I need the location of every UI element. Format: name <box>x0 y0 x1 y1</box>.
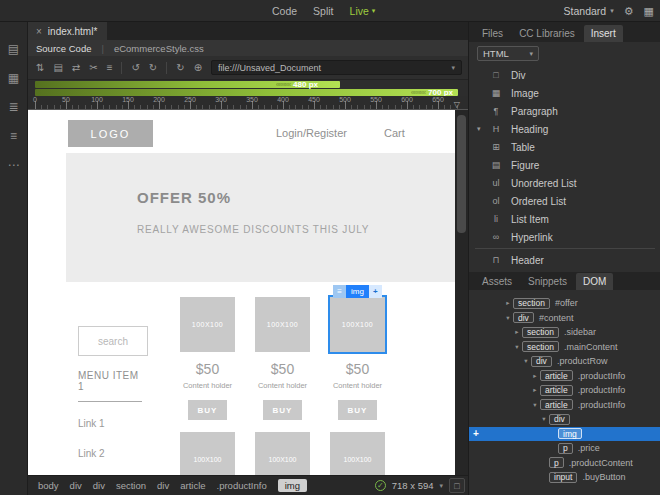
insert-item-list-item[interactable]: liList Item <box>469 210 660 228</box>
collapse-icon[interactable]: ▾ <box>521 357 531 365</box>
insert-item-table[interactable]: ⊞Table <box>469 138 660 156</box>
dom-node[interactable]: ▾ article .productInfo <box>469 398 660 413</box>
sidebar-link[interactable]: Link 1 <box>78 418 105 429</box>
dom-node[interactable]: ▾ div <box>469 412 660 427</box>
dom-panel-icon[interactable]: ≡ <box>10 129 17 143</box>
product-image[interactable]: 100X100 <box>180 432 235 475</box>
workspace-layout-icon[interactable]: ▦ <box>644 5 654 18</box>
buy-button[interactable]: BUY <box>338 400 377 420</box>
tab-cc-libraries[interactable]: CC Libraries <box>512 25 582 42</box>
tab-insert[interactable]: Insert <box>584 25 623 42</box>
collapse-icon[interactable]: ▾ <box>539 415 549 423</box>
tag-selector-item[interactable]: section <box>116 480 146 491</box>
chevron-down-icon[interactable]: ▾ <box>439 482 443 490</box>
product-image[interactable]: 100X100 <box>255 297 310 352</box>
media-query-bar-480[interactable]: ««««« 480 px <box>35 81 340 88</box>
workspace-switcher[interactable]: Standard <box>564 5 607 17</box>
chevron-down-icon[interactable]: ▾ <box>372 7 376 15</box>
tag-selector-item[interactable]: div <box>70 480 82 491</box>
related-css-file-button[interactable]: eCommerceStyle.css <box>114 43 204 54</box>
tab-assets[interactable]: Assets <box>475 273 519 290</box>
split-view-button[interactable]: Split <box>313 5 333 17</box>
expand-icon[interactable]: ▸ <box>530 386 540 394</box>
refresh-icon[interactable]: ↻ <box>176 62 184 73</box>
search-input[interactable]: search <box>78 326 148 356</box>
insert-item-heading[interactable]: ▾HHeading <box>469 120 660 138</box>
element-grip-icon[interactable]: ≡ <box>333 285 346 298</box>
expand-icon[interactable]: ▸ <box>530 372 540 380</box>
dom-node[interactable]: ▾ div #content <box>469 311 660 326</box>
product-image[interactable]: 100X100 <box>255 432 310 475</box>
login-register-link[interactable]: Login/Register <box>276 127 347 139</box>
scrubber-marker-icon[interactable]: ▽ <box>454 100 460 109</box>
tag-selector-item[interactable]: div <box>157 480 169 491</box>
insert-item-header[interactable]: ⊓Header <box>469 251 660 269</box>
tab-snippets[interactable]: Snippets <box>521 273 574 290</box>
tab-files[interactable]: Files <box>475 25 510 42</box>
close-tab-icon[interactable]: × <box>36 26 42 37</box>
insert-item-hyperlink[interactable]: ∞Hyperlink <box>469 228 660 246</box>
tag-selector-item[interactable]: .productInfo <box>217 480 267 491</box>
buy-button[interactable]: BUY <box>188 400 227 420</box>
device-preview-button[interactable]: □ <box>449 478 465 493</box>
add-element-icon[interactable]: + <box>473 428 479 439</box>
collapse-icon[interactable]: ▾ <box>530 401 540 409</box>
chevron-down-icon[interactable]: ▾ <box>529 50 533 58</box>
preview-files-icon[interactable]: ▤ <box>53 62 62 73</box>
file-management-icon[interactable]: ⇅ <box>36 62 44 73</box>
live-view-button[interactable]: Live ▾ <box>350 5 376 17</box>
tag-selector-item[interactable]: article <box>180 480 205 491</box>
sidebar-link[interactable]: Link 2 <box>78 448 105 459</box>
dom-node[interactable]: ▾ div .productRow <box>469 354 660 369</box>
dom-node[interactable]: ▸ section #offer <box>469 296 660 311</box>
chevron-down-icon[interactable]: ▾ <box>477 125 487 133</box>
media-query-bar-700[interactable]: ««««« 700 px <box>35 89 458 96</box>
tab-dom[interactable]: DOM <box>576 273 613 290</box>
expand-icon[interactable]: ▸ <box>512 328 522 336</box>
preferences-gear-icon[interactable]: ⚙ <box>624 5 634 18</box>
undo-icon[interactable]: ↺ <box>131 62 139 73</box>
dom-node[interactable]: ▾ section .mainContent <box>469 340 660 355</box>
window-size-display[interactable]: 718 x 594 <box>392 480 434 491</box>
product-image[interactable]: 100X100 <box>180 297 235 352</box>
product-image[interactable]: 100X100 <box>330 432 385 475</box>
chevron-down-icon[interactable]: ▾ <box>451 64 455 72</box>
scrollbar-thumb[interactable] <box>457 115 466 233</box>
tag-selector-item[interactable]: body <box>38 480 59 491</box>
tag-selector-item[interactable]: div <box>93 480 105 491</box>
dom-node[interactable]: p .price <box>469 441 660 456</box>
add-element-icon[interactable]: + <box>369 285 382 298</box>
code-navigator-icon[interactable]: ≡ <box>107 62 113 73</box>
chevron-down-icon[interactable]: ▾ <box>610 7 614 15</box>
redo-icon[interactable]: ↻ <box>149 62 157 73</box>
dom-node[interactable]: ▸ article .productInfo <box>469 369 660 384</box>
collapse-icon[interactable]: ▾ <box>503 314 513 322</box>
code-view-button[interactable]: Code <box>272 5 297 17</box>
insert-item-ordered-list[interactable]: olOrdered List <box>469 192 660 210</box>
insert-category-dropdown[interactable]: HTML ▾ <box>477 46 539 61</box>
selected-element-tag[interactable]: img <box>346 285 369 298</box>
source-code-button[interactable]: Source Code <box>36 43 91 54</box>
browser-globe-icon[interactable]: ⊕ <box>194 62 202 73</box>
dom-node[interactable]: ▸ article .productInfo <box>469 383 660 398</box>
cart-link[interactable]: Cart <box>384 127 405 139</box>
dom-node[interactable]: p .productContent <box>469 456 660 471</box>
expand-icon[interactable]: ▸ <box>503 299 513 307</box>
insert-item-image[interactable]: ▦Image <box>469 84 660 102</box>
files-panel-icon[interactable]: ▤ <box>8 42 19 56</box>
cut-icon[interactable]: ✂ <box>89 62 97 73</box>
vertical-scrollbar[interactable] <box>455 110 468 475</box>
insert-item-paragraph[interactable]: ¶Paragraph <box>469 102 660 120</box>
dom-node[interactable]: input .buyButton <box>469 470 660 485</box>
insert-item-unordered-list[interactable]: ulUnordered List <box>469 174 660 192</box>
collapse-icon[interactable]: ▾ <box>512 343 522 351</box>
dom-node[interactable]: ▸ section .sidebar <box>469 325 660 340</box>
transfer-files-icon[interactable]: ⇄ <box>72 62 80 73</box>
css-designer-icon[interactable]: ≣ <box>8 100 18 114</box>
insert-item-figure[interactable]: ▤Figure <box>469 156 660 174</box>
insert-item-div[interactable]: □Div <box>469 66 660 84</box>
insert-panel-icon[interactable]: ▦ <box>8 71 19 85</box>
tag-selector-item-selected[interactable]: img <box>278 479 307 492</box>
address-bar[interactable]: file:///Unsaved_Document ▾ <box>211 60 462 75</box>
dom-node-selected[interactable]: + img <box>469 427 660 442</box>
